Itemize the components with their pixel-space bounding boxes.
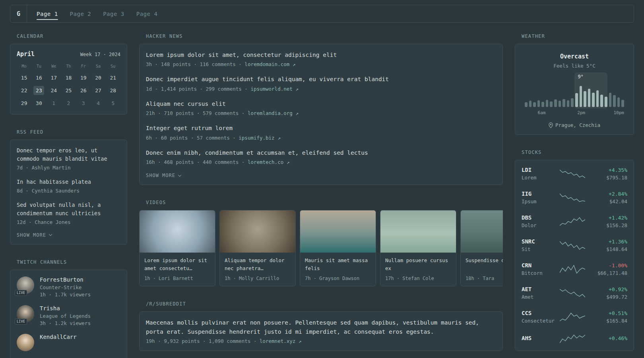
stock-sparkline <box>560 334 585 344</box>
weather-hour-label: 6am <box>538 110 546 115</box>
stock-row[interactable]: LDI Lorem +4.35% $795.18 <box>522 167 627 181</box>
twitch-channel-info: Trisha League of Legends 3h · 1.2k viewe… <box>40 305 91 326</box>
video-thumbnail[interactable] <box>300 210 376 253</box>
video-thumbnail[interactable] <box>220 210 295 253</box>
stock-row[interactable]: IIG Ipsum +2.84% $42.04 <box>522 191 627 204</box>
stock-row[interactable]: AHS +0.46% <box>522 334 627 344</box>
page-tab[interactable]: Page 3 <box>103 11 124 17</box>
twitch-channel-name[interactable]: ForrestBurton <box>40 276 91 283</box>
calendar-day[interactable]: 23 <box>31 86 46 95</box>
calendar-day[interactable]: 17 <box>47 73 61 82</box>
calendar-day-name: Th <box>61 64 76 68</box>
page-tabs: Page 1 Page 2 Page 3 Page 4 <box>37 5 157 22</box>
video-card[interactable]: Aliquam tempor dolor nec pharetra… 1h · … <box>219 210 296 286</box>
external-link-icon: ↗ <box>287 159 290 165</box>
calendar-day-number: 29 <box>19 99 29 108</box>
hn-domain-link[interactable]: ipsumworld.net ↗ <box>250 86 298 92</box>
stock-sparkline <box>560 169 585 179</box>
hn-domain-link[interactable]: loremlandia.org ↗ <box>248 110 299 116</box>
video-thumbnail[interactable] <box>380 210 456 253</box>
calendar-day[interactable]: 3 <box>76 99 91 108</box>
stock-row[interactable]: CRN Bitcorn -1.00% $66,171.48 <box>522 262 627 276</box>
video-card[interactable]: Mauris sit amet massa felis 7h · Grayson… <box>300 210 376 286</box>
calendar-day-number: 20 <box>93 73 104 82</box>
calendar-day[interactable]: 18 <box>61 73 76 82</box>
twitch-channel[interactable]: LIVE ForrestBurton Counter-Strike 1h · 1… <box>17 276 120 298</box>
stock-sparkline <box>560 288 585 298</box>
hn-item-title[interactable]: Donec enim nibh, condimentum et accumsan… <box>146 148 496 157</box>
hn-domain-link[interactable]: loremtech.co ↗ <box>248 159 289 165</box>
calendar-day[interactable]: 1 <box>47 99 61 108</box>
rss-item-title[interactable]: Donec tempor eros leo, ut commodo mauris… <box>17 146 120 163</box>
stock-row[interactable]: AET Amet +0.92% $499.72 <box>522 286 627 300</box>
calendar-day[interactable]: 15 <box>17 73 31 82</box>
video-card[interactable]: Lorem ipsum dolor sit amet consectetu… 1… <box>139 210 215 286</box>
subreddit-meta-text: 19h · 9,932 points · 1,090 comments · <box>146 338 256 344</box>
calendar-day[interactable]: 2 <box>61 99 76 108</box>
hn-item: Integer eget rutrum lorem 6h · 60 points… <box>146 124 496 140</box>
hn-domain-link[interactable]: loremdomain.com ↗ <box>244 61 295 67</box>
calendar-day[interactable]: 25 <box>61 86 76 95</box>
hn-item-title[interactable]: Lorem ipsum dolor sit amet, consectetur … <box>146 51 496 59</box>
videos-header: VIDEOS <box>146 200 503 205</box>
calendar-day-number: 27 <box>93 86 104 95</box>
hn-item-title[interactable]: Donec imperdiet augue tincidunt felis al… <box>146 75 496 84</box>
calendar-day[interactable]: 30 <box>31 99 46 108</box>
weather-location[interactable]: Prague, Czechia <box>522 122 627 128</box>
calendar-day[interactable]: 22 <box>17 86 31 95</box>
page-tab[interactable]: Page 4 <box>136 11 158 17</box>
calendar-day[interactable]: 5 <box>106 99 120 108</box>
weather-feels-like: Feels like 5°C <box>522 63 627 69</box>
calendar-day[interactable]: 29 <box>17 99 31 108</box>
video-title[interactable]: Aliquam tempor dolor nec pharetra… <box>225 257 291 272</box>
video-title[interactable]: Mauris sit amet massa felis <box>305 257 371 272</box>
calendar-day[interactable]: 4 <box>91 99 105 108</box>
page-tab[interactable]: Page 2 <box>70 11 91 17</box>
calendar-day[interactable]: 21 <box>106 73 120 82</box>
hn-meta-text: 1d · 1,414 points · 299 comments · <box>146 86 248 92</box>
calendar-day[interactable]: 28 <box>106 86 120 95</box>
stock-row[interactable]: SNRC Sit +1.36% $148.64 <box>522 238 627 252</box>
calendar-day[interactable]: 24 <box>47 86 61 95</box>
calendar-day[interactable]: 26 <box>76 86 91 95</box>
calendar-day-number: 26 <box>78 86 89 95</box>
rss-show-more-button[interactable]: SHOW MORE <box>17 232 120 238</box>
rss-item-title[interactable]: Sed volutpat nulla nisl, a condimentum n… <box>17 201 120 218</box>
page-tab[interactable]: Page 1 <box>37 11 58 17</box>
video-title[interactable]: Lorem ipsum dolor sit amet consectetu… <box>144 257 210 272</box>
weather-chart: 9° <box>525 83 624 107</box>
video-title[interactable]: Suspendisse diam <box>466 257 503 272</box>
avatar-wrap <box>17 334 34 351</box>
video-title[interactable]: Nullam posuere cursus ex <box>385 257 451 272</box>
nav-divider <box>27 5 27 23</box>
hn-item-title[interactable]: Integer eget rutrum lorem <box>146 124 496 132</box>
rss-item-title[interactable]: In hac habitasse platea <box>17 178 120 186</box>
hn-show-more-button[interactable]: SHOW MORE <box>146 173 496 178</box>
subreddit-post-title[interactable]: Maecenas mollis pulvinar erat non posuer… <box>146 318 496 336</box>
video-thumbnail[interactable] <box>140 210 215 253</box>
twitch-channel-name[interactable]: KendallCarr <box>40 334 77 340</box>
video-thumbnail[interactable] <box>461 210 503 253</box>
stock-row[interactable]: CCS Consectetur +0.51% $165.84 <box>522 310 627 324</box>
twitch-header: TWITCH CHANNELS <box>17 259 127 265</box>
calendar-day[interactable]: 20 <box>91 73 105 82</box>
video-card[interactable]: Suspendisse diam 18h · Tara <box>460 210 503 286</box>
video-card[interactable]: Nullam posuere cursus ex 17h · Stefan Co… <box>380 210 456 286</box>
weather-location-text: Prague, Czechia <box>555 122 600 128</box>
calendar-day[interactable]: 16 <box>31 73 46 82</box>
twitch-channel[interactable]: LIVE Trisha League of Legends 3h · 1.2k … <box>17 305 120 326</box>
hn-item-title[interactable]: Aliquam nec cursus elit <box>146 99 496 108</box>
twitch-channel[interactable]: KendallCarr <box>17 334 120 351</box>
twitch-channel-name[interactable]: Trisha <box>40 305 91 311</box>
stock-row[interactable]: DBS Dolor +1.42% $156.28 <box>522 214 627 228</box>
hn-domain-link[interactable]: ipsumify.biz ↗ <box>239 135 280 141</box>
logo[interactable]: G <box>17 10 27 18</box>
stock-change: +0.46% <box>609 335 627 341</box>
content: CALENDAR April Week 17 · 2024 Mo Tu We <box>0 23 644 358</box>
weather-bar <box>563 99 565 107</box>
calendar-day[interactable]: 19 <box>76 73 91 82</box>
hn-domain-text: ipsumify.biz <box>239 135 274 141</box>
rss-item: Donec tempor eros leo, ut commodo mauris… <box>17 146 120 171</box>
subreddit-domain-link[interactable]: loremnet.xyz ↗ <box>260 338 301 344</box>
calendar-day[interactable]: 27 <box>91 86 105 95</box>
